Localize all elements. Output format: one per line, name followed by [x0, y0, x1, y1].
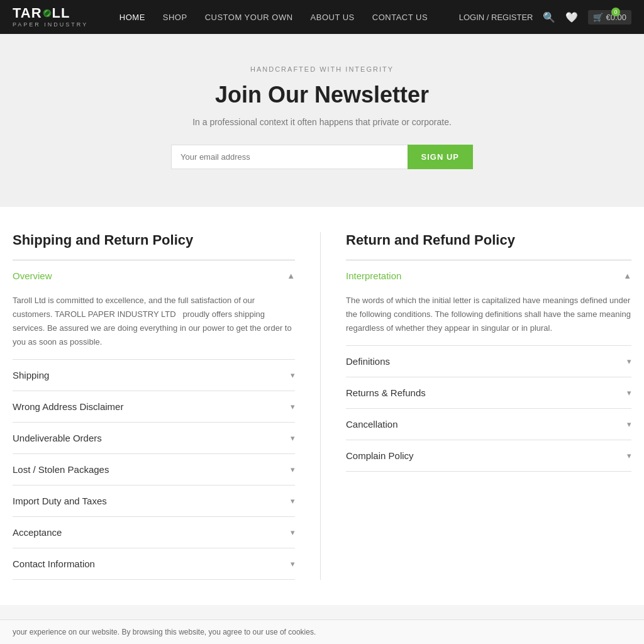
accordion-definitions-header[interactable]: Definitions ▾: [346, 346, 631, 377]
accordion-cancellation-chevron: ▾: [627, 419, 631, 429]
accordion-lost-stolen: Lost / Stolen Packages ▾: [13, 454, 295, 486]
logo[interactable]: TARLL PAPER INDUSTRY: [13, 6, 88, 28]
accordion-complain-policy-chevron: ▾: [627, 451, 631, 460]
nav-about[interactable]: ABOUT US: [311, 13, 355, 22]
login-register-link[interactable]: LOGIN / REGISTER: [459, 13, 533, 22]
accordion-contact-header[interactable]: Contact Information ▾: [13, 548, 295, 579]
accordion-acceptance-label: Acceptance: [13, 527, 62, 538]
accordion-interpretation-label: Interpretation: [346, 270, 401, 281]
main-nav: HOME SHOP CUSTOM YOUR OWN ABOUT US CONTA…: [119, 13, 428, 22]
cart-badge: 0: [611, 8, 620, 16]
nav-custom[interactable]: CUSTOM YOUR OWN: [205, 13, 293, 22]
refund-section-title: Return and Refund Policy: [346, 232, 631, 248]
email-input[interactable]: [171, 145, 408, 169]
accordion-undeliverable-chevron: ▾: [291, 433, 295, 443]
accordion-overview-body: Taroll Ltd is committed to excellence, a…: [13, 291, 295, 359]
accordion-definitions-label: Definitions: [346, 356, 390, 367]
accordion-cancellation-label: Cancellation: [346, 419, 398, 430]
accordion-interpretation: Interpretation ▲ The words of which the …: [346, 260, 631, 346]
signup-button[interactable]: SIGN UP: [408, 145, 473, 169]
accordion-wrong-address-header[interactable]: Wrong Address Disclaimer ▾: [13, 391, 295, 422]
newsletter-form: SIGN UP: [171, 145, 473, 169]
accordion-returns-refunds-header[interactable]: Returns & Refunds ▾: [346, 377, 631, 408]
accordion-lost-stolen-chevron: ▾: [291, 465, 295, 474]
search-icon[interactable]: 🔍: [543, 11, 555, 23]
header-actions: LOGIN / REGISTER 🔍 🤍 0 🛒 €0.00: [459, 10, 631, 25]
accordion-acceptance: Acceptance ▾: [13, 517, 295, 548]
accordion-overview-header[interactable]: Overview ▲: [13, 260, 295, 291]
cart-icon: 🛒: [593, 13, 603, 22]
newsletter-title: Join Our Newsletter: [13, 82, 631, 108]
logo-text-ll: LL: [52, 5, 70, 21]
accordion-shipping-label: Shipping: [13, 370, 49, 380]
site-header: TARLL PAPER INDUSTRY HOME SHOP CUSTOM YO…: [0, 0, 644, 34]
accordion-shipping: Shipping ▾: [13, 360, 295, 391]
accordion-overview: Overview ▲ Taroll Ltd is committed to ex…: [13, 260, 295, 360]
main-content: Shipping and Return Policy Overview ▲ Ta…: [0, 207, 644, 605]
accordion-contact-label: Contact Information: [13, 558, 95, 569]
cart-button[interactable]: 0 🛒 €0.00: [588, 10, 631, 25]
logo-text-tar: TAR: [13, 5, 42, 21]
accordion-shipping-chevron: ▾: [291, 370, 295, 380]
accordion-interpretation-chevron: ▲: [623, 271, 631, 280]
accordion-overview-label: Overview: [13, 270, 52, 281]
accordion-contact: Contact Information ▾: [13, 548, 295, 580]
accordion-cancellation: Cancellation ▾: [346, 409, 631, 440]
accordion-shipping-header[interactable]: Shipping ▾: [13, 360, 295, 391]
accordion-acceptance-header[interactable]: Acceptance ▾: [13, 517, 295, 548]
nav-shop[interactable]: SHOP: [163, 13, 187, 22]
accordion-import-duty-label: Import Duty and Taxes: [13, 496, 107, 506]
accordion-wrong-address: Wrong Address Disclaimer ▾: [13, 391, 295, 423]
accordion-interpretation-header[interactable]: Interpretation ▲: [346, 260, 631, 291]
accordion-undeliverable: Undeliverable Orders ▾: [13, 423, 295, 454]
accordion-wrong-address-label: Wrong Address Disclaimer: [13, 401, 123, 412]
logo-subtitle: PAPER INDUSTRY: [13, 21, 88, 28]
accordion-returns-refunds: Returns & Refunds ▾: [346, 377, 631, 409]
newsletter-description: In a professional context it often happe…: [13, 117, 631, 127]
nav-home[interactable]: HOME: [119, 13, 145, 22]
accordion-import-duty: Import Duty and Taxes ▾: [13, 486, 295, 517]
wishlist-icon[interactable]: 🤍: [565, 11, 578, 23]
accordion-overview-chevron: ▲: [287, 271, 295, 280]
accordion-import-duty-header[interactable]: Import Duty and Taxes ▾: [13, 486, 295, 516]
shipping-policy-section: Shipping and Return Policy Overview ▲ Ta…: [13, 232, 321, 580]
accordion-definitions-chevron: ▾: [627, 357, 631, 366]
newsletter-tagline: HANDCRAFTED WITH INTEGRITY: [13, 65, 631, 73]
accordion-wrong-address-chevron: ▾: [291, 402, 295, 411]
accordion-cancellation-header[interactable]: Cancellation ▾: [346, 409, 631, 440]
accordion-interpretation-body: The words of which the initial letter is…: [346, 291, 631, 345]
logo-leaf-icon: [43, 9, 52, 18]
accordion-complain-policy-label: Complain Policy: [346, 450, 414, 461]
accordion-undeliverable-header[interactable]: Undeliverable Orders ▾: [13, 423, 295, 453]
nav-contact[interactable]: CONTACT US: [372, 13, 428, 22]
accordion-import-duty-chevron: ▾: [291, 496, 295, 506]
accordion-lost-stolen-header[interactable]: Lost / Stolen Packages ▾: [13, 454, 295, 485]
accordion-contact-chevron: ▾: [291, 559, 295, 569]
accordion-acceptance-chevron: ▾: [291, 528, 295, 537]
accordion-definitions: Definitions ▾: [346, 346, 631, 377]
refund-policy-section: Return and Refund Policy Interpretation …: [321, 232, 631, 580]
accordion-returns-refunds-label: Returns & Refunds: [346, 387, 426, 398]
accordion-complain-policy: Complain Policy ▾: [346, 440, 631, 472]
shipping-section-title: Shipping and Return Policy: [13, 232, 295, 248]
accordion-returns-refunds-chevron: ▾: [627, 388, 631, 397]
accordion-complain-policy-header[interactable]: Complain Policy ▾: [346, 440, 631, 471]
newsletter-section: HANDCRAFTED WITH INTEGRITY Join Our News…: [0, 34, 644, 207]
accordion-undeliverable-label: Undeliverable Orders: [13, 433, 102, 443]
accordion-lost-stolen-label: Lost / Stolen Packages: [13, 464, 109, 475]
